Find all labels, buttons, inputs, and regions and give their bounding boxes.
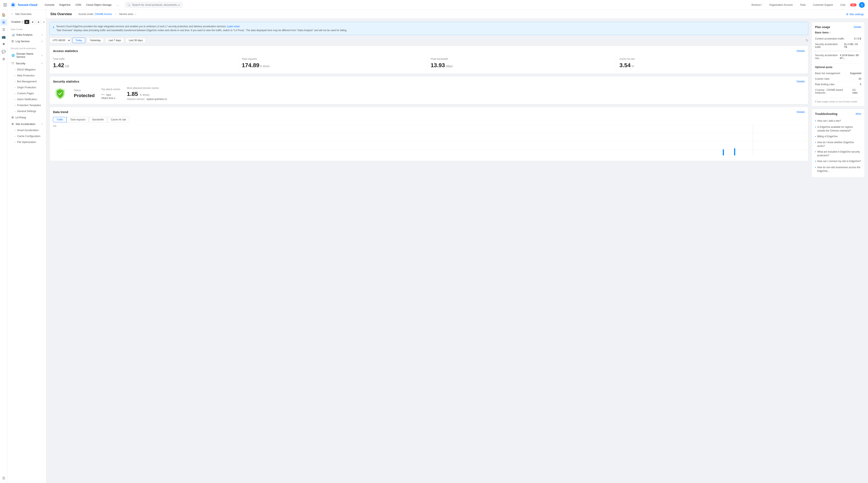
- domain-tab-1[interactable]: ■: [24, 20, 29, 24]
- info-banner-text: Tencent Cloud EdgeOne provides the edge …: [56, 25, 347, 32]
- troubleshoot-item-0[interactable]: • How can I add a site?: [815, 118, 861, 124]
- troubleshoot-item-3[interactable]: • How do I know whether EdgeOne works?: [815, 140, 861, 149]
- trend-tab-traffic[interactable]: Traffic: [53, 117, 67, 122]
- nav-edgeone[interactable]: EdgeOne: [57, 0, 73, 10]
- troubleshooting-more-link[interactable]: More: [856, 112, 861, 115]
- trend-tab-requests[interactable]: Total requests: [67, 117, 89, 122]
- bullet-icon-1: •: [815, 125, 816, 129]
- refresh-icon[interactable]: ↻: [806, 38, 808, 42]
- nav-console[interactable]: Console: [42, 0, 57, 10]
- sidebar-item-file-optimization[interactable]: File Optimization: [8, 139, 45, 145]
- icon-sidebar-home[interactable]: 🏠: [0, 11, 7, 18]
- sidebar-item-site-acceleration[interactable]: ⚙ Site Acceleration ∧: [8, 121, 45, 127]
- sidebar-item-log-service[interactable]: ☰ Log Service ∨: [8, 38, 45, 45]
- troubleshooting-title: Troubleshooting: [815, 112, 838, 116]
- troubleshoot-item-4[interactable]: • What are included in EdgeOne security …: [815, 149, 861, 158]
- svg-rect-10: [723, 149, 724, 155]
- sidebar-item-l4-proxy[interactable]: ⚙ L4 Proxy: [8, 114, 45, 121]
- plan-row-security-value: 31.4 GB / 10 TB: [844, 43, 861, 49]
- icon-sidebar-chat[interactable]: 💬: [0, 48, 7, 55]
- sidebar-item-web-protection[interactable]: Web Protection: [8, 73, 45, 79]
- troubleshoot-item-1[interactable]: • Is EdgeOne available for regions outsi…: [815, 124, 861, 134]
- troubleshoot-item-5[interactable]: • How can I connect my site to EdgeOne?: [815, 158, 861, 165]
- info-banner: ℹ Tencent Cloud EdgeOne provides the edg…: [50, 22, 808, 35]
- sidebar-back-button[interactable]: ← Site Overview: [7, 10, 46, 18]
- sidebar-item-bot-management[interactable]: Bot Management: [8, 79, 45, 84]
- site-settings-link[interactable]: ⚙ Site settings: [846, 13, 864, 16]
- sidebar-item-origin-protection[interactable]: Origin Protection: [8, 85, 45, 90]
- sidebar-item-data-analysis[interactable]: 📊 Data Analysis ∨: [8, 32, 45, 38]
- trend-tab-cache[interactable]: Cache hit rate: [107, 117, 129, 122]
- data-trend-card: Data trend Details Traffic Total request…: [50, 107, 808, 161]
- plan-row-security-traffic: Security acceleration traffic 31.4 GB / …: [815, 41, 861, 50]
- shortcut-button[interactable]: Shortcut /: [749, 3, 764, 7]
- troubleshoot-text-4: What are included in EdgeOne security pr…: [817, 150, 861, 157]
- org-account-button[interactable]: Organization Account: [767, 3, 795, 7]
- plan-row-content-value: 0 / 0 B: [854, 37, 861, 40]
- sidebar-item-general-settings[interactable]: General Settings: [8, 108, 45, 114]
- plan-details-link[interactable]: Details: [854, 26, 861, 28]
- sidebar-item-domain-name-service[interactable]: 🌐 Domain Name Service ∨: [8, 51, 45, 60]
- nav-more[interactable]: ...: [114, 0, 121, 10]
- plan-row-security-label: Security acceleration traffic: [815, 43, 844, 49]
- cost-button[interactable]: Cost: [838, 3, 848, 7]
- troubleshoot-item-2[interactable]: • Billing of EdgeOne: [815, 134, 861, 140]
- plan-row-req-label: Security acceleration req...: [815, 54, 840, 60]
- sidebar-item-ddos[interactable]: DDoS Mitigation: [8, 67, 45, 73]
- date-btn-last30[interactable]: Last 30 days: [126, 38, 146, 43]
- search-input[interactable]: [125, 2, 183, 8]
- icon-sidebar-flag[interactable]: ⚑: [0, 41, 7, 48]
- icon-sidebar-monitor[interactable]: 📺: [0, 34, 7, 40]
- info-text-1: Tencent Cloud EdgeOne provides the edge …: [56, 25, 226, 28]
- plan-row-req-value: 4.18 M times / 80 M t...: [840, 54, 861, 60]
- sidebar-item-alarm-notification[interactable]: Alarm Notification: [8, 96, 45, 102]
- sidebar-item-cache-configuration[interactable]: Cache Configuration: [8, 133, 45, 139]
- access-statistics-details[interactable]: Details: [797, 49, 805, 52]
- chart-area: MB 1000 800 600 400: [53, 125, 805, 158]
- domain-tab-2[interactable]: ■: [30, 20, 35, 24]
- bullet-icon-6: •: [815, 166, 816, 170]
- date-btn-today[interactable]: Today: [72, 38, 85, 43]
- security-status-label: Status: [74, 89, 95, 92]
- support-button[interactable]: Customer Support: [810, 3, 835, 7]
- date-btn-yesterday[interactable]: Yesterday: [87, 38, 104, 43]
- stat-requests-value: 174.89K times: [242, 62, 424, 68]
- trend-tab-bandwidth[interactable]: Bandwidth: [89, 117, 107, 122]
- data-trend-details[interactable]: Details: [797, 110, 805, 113]
- timezone-select[interactable]: UTC+08:00: [50, 37, 71, 43]
- content-area: Site Overview Access mode: CNAME Access …: [46, 10, 868, 483]
- date-btn-last7[interactable]: Last 7 days: [105, 38, 124, 43]
- troubleshoot-item-6[interactable]: • How do non-site businesses access the …: [815, 165, 861, 174]
- nav-cdn[interactable]: CDN: [73, 0, 84, 10]
- top-nav: Tencent Cloud Console EdgeOne CDN Cloud …: [0, 0, 868, 10]
- trend-tabs: Traffic Total requests Bandwidth Cache h…: [53, 117, 805, 122]
- attack-time-selector[interactable]: Attack time ∨: [101, 97, 120, 100]
- icon-sidebar-collapse[interactable]: ☰: [0, 475, 7, 481]
- icon-sidebar-gear[interactable]: ⚙: [0, 56, 7, 62]
- icon-sidebar-grid[interactable]: ⊞: [0, 19, 7, 25]
- icon-sidebar-list[interactable]: ☰: [0, 26, 7, 33]
- bullet-icon-2: •: [815, 135, 816, 139]
- stat-bandwidth-label: Peak bandwidth: [431, 58, 613, 60]
- nav-links: Console EdgeOne CDN Cloud Object Storage…: [42, 0, 121, 10]
- sidebar-item-custom-pages[interactable]: Custom Pages: [8, 90, 45, 96]
- log-service-expand-icon: ∨: [41, 40, 43, 42]
- learn-more-link[interactable]: Learn more: [227, 25, 240, 28]
- domain-tab-3[interactable]: ■: [36, 20, 41, 24]
- sidebar-item-smart-acceleration[interactable]: Smart Acceleration: [8, 127, 45, 133]
- domain-tab-more[interactable]: ∨: [42, 20, 46, 24]
- avatar[interactable]: A: [859, 2, 865, 8]
- nav-cos[interactable]: Cloud Object Storage: [84, 0, 114, 10]
- tools-button[interactable]: Tools: [797, 3, 808, 7]
- security-statistics-details[interactable]: Details: [797, 80, 805, 83]
- domain-name-icon: 🌐: [11, 54, 15, 57]
- trend-chart: 1000 800 600 400: [61, 125, 813, 158]
- bullet-icon-0: •: [815, 119, 816, 123]
- sidebar-item-security[interactable]: 🛡 Security ∧: [8, 60, 45, 66]
- security-expand-icon: ∧: [41, 62, 43, 64]
- notification-badge[interactable]: 99+: [850, 3, 857, 6]
- security-statistics-card: Security statistics Details: [50, 76, 808, 104]
- svg-rect-1: [12, 5, 14, 6]
- hamburger-menu[interactable]: [3, 3, 7, 7]
- sidebar-item-protection-templates[interactable]: Protection Templates: [8, 103, 45, 108]
